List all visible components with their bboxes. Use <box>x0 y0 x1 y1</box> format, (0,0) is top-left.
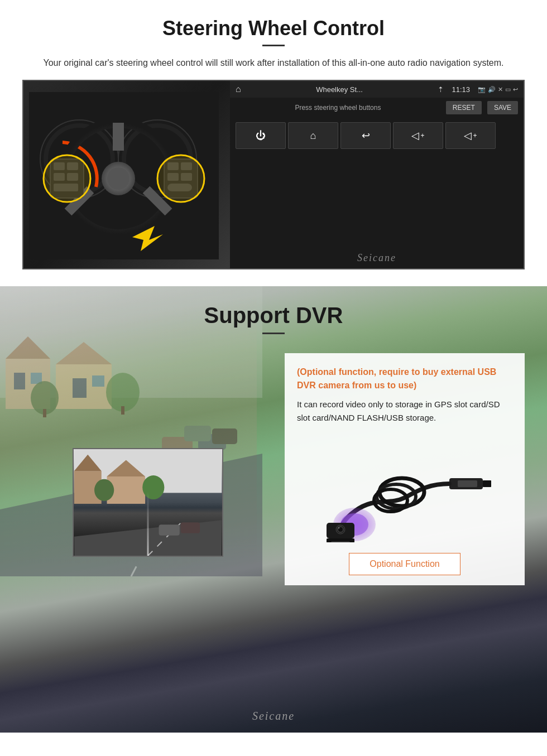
hu-camera-icon: 📷 <box>478 86 486 93</box>
dvr-description: It can record video only to storage in G… <box>297 398 512 425</box>
dvr-optional-text: (Optional function, require to buy exter… <box>297 365 512 392</box>
hu-func-vol-up[interactable]: ◁ + <box>393 122 443 149</box>
svg-point-50 <box>94 479 114 501</box>
svg-point-23 <box>44 155 90 202</box>
hu-controls-row: Press steering wheel buttons RESET SAVE <box>230 98 524 118</box>
hu-func-home[interactable]: ⌂ <box>288 122 338 149</box>
dvr-title: Support DVR <box>0 303 547 328</box>
dvr-preview-road-line <box>147 492 149 556</box>
hu-back-icon: ↩ <box>513 86 518 93</box>
svg-point-24 <box>157 155 204 202</box>
dvr-preview-image <box>73 448 223 557</box>
svg-rect-29 <box>14 373 25 389</box>
svg-rect-55 <box>181 522 200 533</box>
hu-x-icon: ✕ <box>498 86 503 93</box>
hu-home-icon: ⌂ <box>236 84 241 94</box>
steering-title: Steering Wheel Control <box>22 17 525 40</box>
steering-seicane-watermark: Seicane <box>230 248 524 268</box>
svg-rect-34 <box>92 375 104 387</box>
hu-func-back[interactable]: ↩ <box>340 122 391 149</box>
svg-point-37 <box>106 373 140 412</box>
hu-reset-button[interactable]: RESET <box>446 101 482 114</box>
hu-buttons-grid: ⏻ ⌂ ↩ ◁ + ◁ + <box>230 118 524 153</box>
hu-func-vol-down[interactable]: ◁ + <box>445 122 496 149</box>
hu-statusbar: ⌂ Wheelkey St... ⇡ 11:13 📷 🔊 ✕ ▭ ↩ <box>230 81 524 98</box>
optional-function-button[interactable]: Optional Function <box>349 553 460 575</box>
hu-func-power[interactable]: ⏻ <box>236 122 286 149</box>
vol-icon2: ◁ <box>464 129 472 142</box>
steering-wheel-section: Steering Wheel Control Your original car… <box>0 0 547 269</box>
svg-rect-36 <box>43 409 46 417</box>
svg-point-68 <box>338 527 340 529</box>
hu-save-button[interactable]: SAVE <box>487 101 518 114</box>
dvr-section: Support DVR (Optional function, require … <box>0 286 547 733</box>
svg-rect-33 <box>73 378 87 398</box>
svg-rect-57 <box>458 480 477 487</box>
hu-screen-icon: ▭ <box>505 86 511 93</box>
steering-demo-container: ⌂ Wheelkey St... ⇡ 11:13 📷 🔊 ✕ ▭ ↩ Press… <box>22 80 525 269</box>
title-divider <box>262 45 285 46</box>
svg-rect-54 <box>159 524 180 536</box>
svg-point-10 <box>107 167 129 190</box>
vol-plus: + <box>420 132 424 139</box>
steering-photo <box>23 81 230 269</box>
hu-volume-icon: 🔊 <box>488 86 496 93</box>
steering-subtitle: Your original car's steering wheel contr… <box>22 56 525 70</box>
svg-rect-43 <box>212 428 237 444</box>
dvr-camera-image <box>297 434 512 545</box>
hu-press-text: Press steering wheel buttons <box>236 104 440 112</box>
dvr-camera-svg <box>315 436 494 542</box>
dvr-info-box: (Optional function, require to buy exter… <box>285 353 525 585</box>
hu-status-icons: 📷 🔊 ✕ ▭ ↩ <box>478 86 518 93</box>
vol-icon: ◁ <box>411 129 419 142</box>
dvr-title-container: Support DVR <box>0 303 547 334</box>
steering-wheel-svg <box>29 92 219 259</box>
svg-point-51 <box>142 475 164 499</box>
head-unit-ui: ⌂ Wheelkey St... ⇡ 11:13 📷 🔊 ✕ ▭ ↩ Press… <box>230 81 524 268</box>
svg-rect-69 <box>331 541 350 542</box>
svg-rect-44 <box>184 426 211 441</box>
dvr-seicane-watermark: Seicane <box>252 710 295 723</box>
hu-psi-icon: ⇡ <box>438 85 444 94</box>
svg-rect-38 <box>121 406 124 415</box>
svg-rect-58 <box>483 480 491 487</box>
dvr-title-divider <box>262 333 285 334</box>
hu-app-name: Wheelkey St... <box>246 85 434 94</box>
vol-plus2: + <box>473 132 477 139</box>
hu-time: 11:13 <box>452 85 470 94</box>
